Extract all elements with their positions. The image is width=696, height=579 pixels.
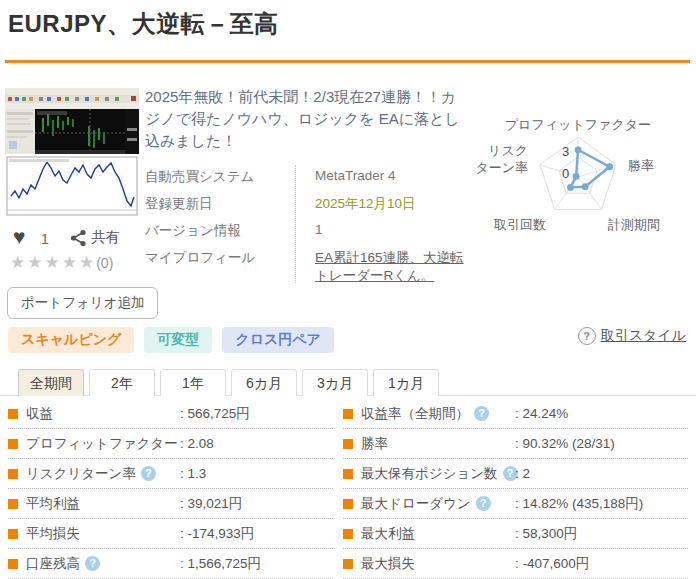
- stat-value: : 58,300円: [515, 525, 577, 543]
- stat-label: 最大ドローダウン: [361, 495, 471, 513]
- stat-value: : 39,021円: [180, 495, 242, 513]
- review-count: (0): [96, 255, 113, 271]
- period-tabbar: 全期間 2年 1年 6カ月 3カ月 1カ月: [18, 369, 439, 396]
- info-value-update-date: 2025年12月10日: [297, 190, 475, 213]
- stat-value: : 1,566,725円: [180, 555, 261, 573]
- help-icon[interactable]: ?: [85, 556, 100, 571]
- stat-row-win-rate: 勝率 : 90.32% (28/31): [343, 429, 688, 459]
- info-value: 1: [297, 217, 475, 237]
- stat-value: : 1.3: [180, 466, 206, 481]
- info-label: マイプロフィール: [145, 244, 297, 267]
- tab-1year[interactable]: 1年: [160, 369, 226, 396]
- tag-list: スキャルピング 可変型 クロス円ペア: [8, 327, 334, 353]
- info-row: 自動売買システム MetaTrader 4: [145, 163, 475, 190]
- stat-bullet-icon: [8, 559, 18, 569]
- stat-row-max-positions: 最大保有ポジション数 ? : 2: [343, 459, 688, 489]
- info-row: バージョン情報 1: [145, 217, 475, 244]
- tab-1month[interactable]: 1カ月: [373, 369, 439, 396]
- share-icon: [70, 229, 87, 247]
- stat-row-max-drawdown: 最大ドローダウン ? : 14.82% (435,188円): [343, 489, 688, 519]
- info-value: MetaTrader 4: [297, 163, 475, 183]
- trade-style-link-label: 取引スタイル: [601, 327, 686, 345]
- tag-cross-yen-pair[interactable]: クロス円ペア: [222, 327, 334, 353]
- like-button[interactable]: ♥: [13, 226, 25, 248]
- stat-value: : 90.32% (28/31): [515, 436, 615, 451]
- stat-label: 最大保有ポジション数: [361, 465, 498, 483]
- mt4-screenshot-image: [5, 88, 139, 222]
- stat-label: 平均利益: [26, 495, 80, 513]
- title-underline: [5, 60, 690, 63]
- info-label: バージョン情報: [145, 217, 297, 240]
- tab-6month[interactable]: 6カ月: [231, 369, 297, 396]
- stat-value: : -174,933円: [180, 525, 254, 543]
- stat-bullet-icon: [343, 499, 353, 509]
- stat-value: : 24.24%: [515, 406, 568, 421]
- stat-bullet-icon: [343, 409, 353, 419]
- radar-tick-max: 3: [562, 144, 569, 159]
- stat-value: : -407,600円: [515, 555, 589, 573]
- info-label: 登録更新日: [145, 190, 297, 213]
- radar-axis-label-risk-return: リスク ターン率: [470, 143, 528, 177]
- stat-bullet-icon: [8, 499, 18, 509]
- stat-bullet-icon: [8, 529, 18, 539]
- stat-label: 勝率: [361, 435, 388, 453]
- info-row: 登録更新日 2025年12月10日: [145, 190, 475, 217]
- stat-bullet-icon: [8, 439, 18, 449]
- radar-axis-label-trade-count: 取引回数: [494, 216, 546, 234]
- tag-variable-lot[interactable]: 可変型: [144, 327, 212, 353]
- radar-axis-label-win-rate: 勝率: [628, 157, 654, 175]
- tag-scalping[interactable]: スキャルピング: [8, 327, 134, 353]
- stat-label: プロフィットファクター: [26, 435, 178, 453]
- like-count: 1: [41, 231, 49, 247]
- info-value: EA累計165連勝、大逆転トレーダーRくん。: [297, 244, 475, 285]
- radar-tick-min: 0: [562, 166, 569, 181]
- stat-label: 収益率（全期間）: [361, 405, 469, 423]
- help-icon[interactable]: ?: [141, 466, 156, 481]
- stat-value: : 566,725円: [180, 405, 250, 423]
- star-icons: ★★★★★: [10, 253, 96, 272]
- help-icon[interactable]: ?: [474, 406, 489, 421]
- stat-value: : 2: [515, 466, 530, 481]
- info-row: マイプロフィール EA累計165連勝、大逆転トレーダーRくん。: [145, 244, 475, 285]
- tab-2year[interactable]: 2年: [89, 369, 155, 396]
- stat-row-max-profit: 最大利益 : 58,300円: [343, 519, 688, 549]
- stat-row-return-rate: 収益率（全期間） ? : 24.24%: [343, 399, 688, 429]
- info-divider: [295, 165, 296, 283]
- question-icon: ?: [578, 327, 596, 345]
- radar-chart: プロフィットファクター 勝率 リスク ターン率 取引回数 計測期間 3 0: [470, 95, 696, 245]
- stat-label: 口座残高: [26, 555, 80, 573]
- stat-label: 平均損失: [26, 525, 80, 543]
- stats-column-left: 収益 : 566,725円 プロフィットファクター : 2.08 リスクリターン…: [8, 399, 333, 579]
- stat-row-risk-return: リスクリターン率 ? : 1.3: [8, 459, 333, 489]
- stat-bullet-icon: [343, 529, 353, 539]
- product-description: 2025年無敗！前代未聞！2/3現在27連勝！！カジノで得たノウハウ、ロジックを…: [145, 86, 467, 151]
- trade-style-help-link[interactable]: ? 取引スタイル: [578, 327, 686, 345]
- share-label: 共有: [91, 228, 120, 247]
- stat-label: 最大損失: [361, 555, 415, 573]
- share-button[interactable]: 共有: [70, 228, 120, 247]
- product-info-table: 自動売買システム MetaTrader 4 登録更新日 2025年12月10日 …: [145, 163, 475, 285]
- rating-stars: ★★★★★(0): [10, 252, 113, 273]
- tab-all-period[interactable]: 全期間: [18, 369, 84, 396]
- radar-axis-label-period: 計測期間: [608, 216, 660, 234]
- stat-label: 収益: [26, 405, 53, 423]
- stat-label: リスクリターン率: [26, 465, 136, 483]
- radar-axis-label-profit-factor: プロフィットファクター: [470, 116, 686, 134]
- stat-bullet-icon: [343, 439, 353, 449]
- tab-3month[interactable]: 3カ月: [302, 369, 368, 396]
- product-thumbnail[interactable]: [5, 88, 139, 222]
- stat-bullet-icon: [343, 559, 353, 569]
- stats-column-right: 収益率（全期間） ? : 24.24% 勝率 : 90.32% (28/31) …: [343, 399, 688, 579]
- heart-icon: ♥: [13, 225, 25, 248]
- portfolio-add-button[interactable]: ポートフォリオ追加: [7, 287, 158, 319]
- help-icon[interactable]: ?: [476, 496, 491, 511]
- profile-link[interactable]: EA累計165連勝、大逆転トレーダーRくん。: [315, 250, 464, 283]
- stat-row-profit-factor: プロフィットファクター : 2.08: [8, 429, 333, 459]
- page-title: EURJPY、大逆転－至高: [8, 8, 279, 40]
- stat-value: : 2.08: [180, 436, 214, 451]
- stat-row-profit: 収益 : 566,725円: [8, 399, 333, 429]
- stat-label: 最大利益: [361, 525, 415, 543]
- stat-bullet-icon: [343, 469, 353, 479]
- stat-row-balance: 口座残高 ? : 1,566,725円: [8, 549, 333, 579]
- info-label: 自動売買システム: [145, 163, 297, 186]
